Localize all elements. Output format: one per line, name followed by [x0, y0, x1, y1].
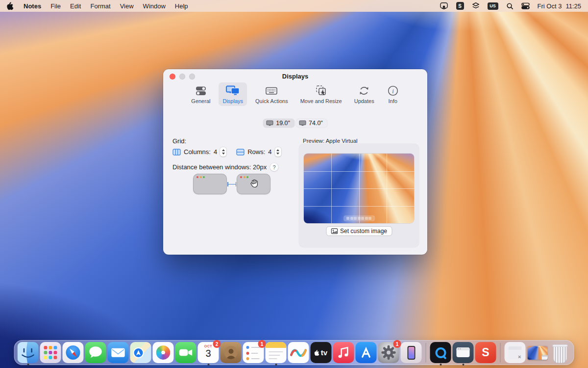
- columns-stepper[interactable]: [220, 147, 226, 157]
- displays-settings-window: Displays General: [163, 69, 427, 255]
- dock-apple-tv[interactable]: tv: [311, 342, 332, 363]
- dock-launchpad[interactable]: [40, 342, 61, 363]
- window-manager-icon: [457, 347, 470, 357]
- apple-logo-icon: [315, 349, 320, 356]
- dock-notes[interactable]: [266, 342, 287, 363]
- display-segment-74[interactable]: 74.0": [296, 119, 327, 128]
- maps-arrow-icon: [134, 348, 143, 357]
- dock-music[interactable]: [333, 342, 354, 363]
- envelope-icon: [108, 342, 129, 363]
- control-center-icon[interactable]: [521, 2, 530, 9]
- toggles-icon: [195, 84, 207, 97]
- columns-control: Columns: 4: [172, 147, 226, 157]
- menu-format[interactable]: Format: [90, 2, 110, 10]
- contacts-person-icon: [224, 346, 238, 359]
- tab-label: General: [191, 98, 210, 104]
- rows-control: Rows: 4: [236, 147, 281, 157]
- speech-bubble-icon: [85, 342, 106, 363]
- dock-freeform[interactable]: [288, 342, 309, 363]
- music-note-icon: [333, 342, 354, 363]
- freeform-squiggle-icon: [288, 342, 309, 363]
- tab-quick-actions[interactable]: Quick Actions: [251, 82, 292, 106]
- menu-clock[interactable]: Fri Oct 3 11:25: [538, 2, 581, 10]
- menu-time: 11:25: [565, 2, 581, 10]
- info-icon: i: [387, 84, 399, 97]
- status-s-badge-icon[interactable]: S: [456, 2, 464, 10]
- tab-general[interactable]: General: [187, 82, 214, 106]
- dock-mail[interactable]: [108, 342, 129, 363]
- display-picker: 19.0" 74.0": [163, 119, 427, 128]
- stack-icon[interactable]: [472, 2, 480, 10]
- menu-file[interactable]: File: [50, 2, 61, 10]
- rows-value: 4: [268, 148, 271, 156]
- columns-label: Columns:: [184, 148, 211, 156]
- preview-wallpaper: [304, 154, 414, 223]
- display-segment-label: 74.0": [309, 120, 323, 127]
- search-icon[interactable]: [506, 2, 514, 10]
- tab-label: Displays: [222, 98, 243, 104]
- set-custom-image-button[interactable]: Set custom image: [326, 226, 392, 236]
- dock-trash[interactable]: [550, 342, 571, 363]
- rows-label: Rows:: [247, 148, 265, 156]
- dock-photos[interactable]: [153, 342, 174, 363]
- dock-finder[interactable]: [18, 342, 39, 363]
- running-indicator: [207, 364, 209, 366]
- tab-updates[interactable]: Updates: [350, 82, 378, 106]
- dock-messages[interactable]: [85, 342, 106, 363]
- mini-traffic-lights: [240, 176, 248, 178]
- running-indicator: [440, 364, 441, 366]
- notification-badge: 1: [393, 340, 401, 348]
- tab-info[interactable]: i Info: [383, 82, 403, 106]
- svg-text:i: i: [392, 88, 394, 95]
- calendar-month: OCT: [204, 344, 212, 348]
- rows-stepper[interactable]: [275, 147, 281, 157]
- dock-maps[interactable]: [130, 342, 151, 363]
- running-indicator: [27, 364, 29, 366]
- display-segment-19[interactable]: 19.0": [263, 119, 294, 128]
- menu-help[interactable]: Help: [175, 2, 188, 10]
- menu-date: Fri Oct 3: [538, 2, 562, 10]
- apple-menu-icon[interactable]: [7, 1, 14, 10]
- monitor-icon: [299, 120, 306, 127]
- tab-move-and-resize[interactable]: Move and Resize: [296, 82, 346, 106]
- image-icon: [331, 228, 338, 234]
- menu-window[interactable]: Window: [143, 2, 166, 10]
- dock-facetime[interactable]: [175, 342, 196, 363]
- dock-iphone-mirroring[interactable]: [401, 342, 422, 363]
- dock-quicktime[interactable]: [430, 342, 451, 363]
- dock-calendar[interactable]: OCT 3 2: [198, 342, 219, 363]
- grid-section-label: Grid:: [172, 137, 186, 145]
- photos-flower-icon: [156, 345, 171, 360]
- dock-system-settings[interactable]: 1: [378, 342, 399, 363]
- dock-reminders[interactable]: 1: [243, 342, 264, 363]
- menu-bar: Notes File Edit Format View Window Help …: [0, 0, 588, 12]
- dock-safari[interactable]: [63, 342, 84, 363]
- trash-icon: [554, 346, 567, 363]
- app-store-a-icon: [356, 342, 377, 363]
- distance-indicator: [226, 182, 237, 186]
- help-button[interactable]: ?: [270, 163, 278, 171]
- input-source-badge[interactable]: US: [488, 2, 498, 10]
- minimized-window-thumbnail: [528, 346, 548, 360]
- dock-window-manager[interactable]: [453, 342, 474, 363]
- tab-displays[interactable]: Displays: [219, 82, 247, 106]
- dock-s-app[interactable]: S: [475, 342, 496, 363]
- dock-minimized-window[interactable]: [527, 342, 548, 363]
- menu-view[interactable]: View: [120, 2, 134, 10]
- tab-label: Updates: [354, 98, 374, 104]
- running-indicator: [462, 364, 464, 366]
- launchpad-grid-icon: [44, 346, 57, 359]
- dock-app-store[interactable]: [356, 342, 377, 363]
- tv-label: tv: [321, 348, 327, 357]
- menu-app-name[interactable]: Notes: [24, 2, 41, 10]
- move-resize-icon: [315, 84, 327, 97]
- screen-sharing-icon[interactable]: [440, 2, 448, 10]
- monitor-icon: [266, 120, 273, 127]
- iphone-icon: [407, 346, 415, 360]
- notification-badge: 1: [258, 340, 266, 348]
- dock-box-item[interactable]: ×: [505, 342, 526, 363]
- distance-label: Distance between windows: 20px: [172, 163, 267, 171]
- menu-edit[interactable]: Edit: [70, 2, 81, 10]
- dock-contacts[interactable]: [220, 342, 242, 363]
- window-title: Displays: [163, 73, 427, 80]
